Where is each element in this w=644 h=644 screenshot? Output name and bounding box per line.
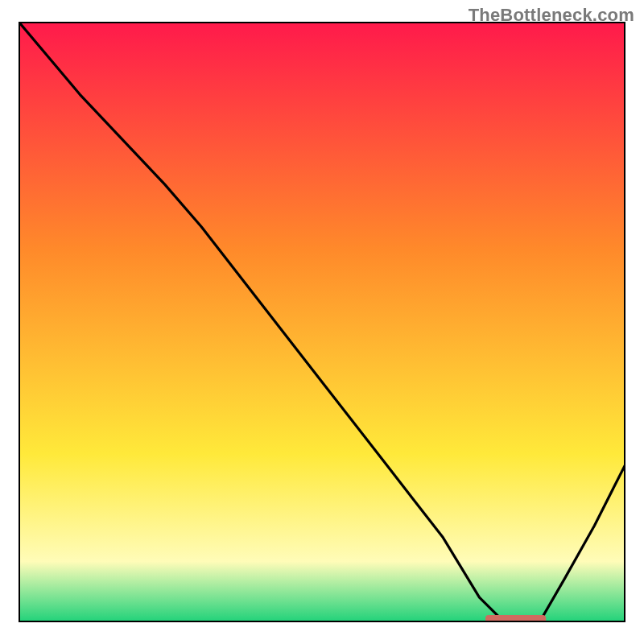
attribution-text: TheBottleneck.com: [469, 5, 634, 26]
bottleneck-chart: [0, 0, 644, 644]
plot-background: [19, 23, 625, 621]
